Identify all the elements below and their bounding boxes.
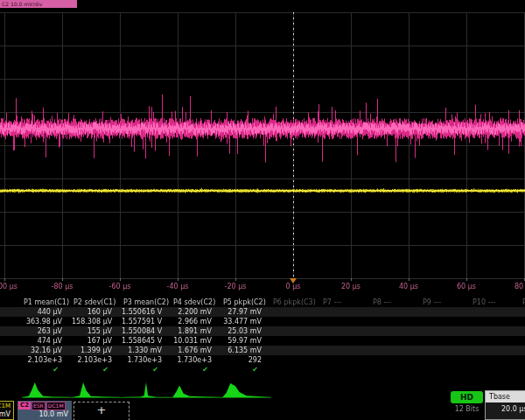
measure-mean-p1: 363.98 µV [22, 317, 72, 326]
measure-max-p3: 1.558645 V [122, 336, 172, 346]
measure-sdev-p3: 1.330 mV [122, 346, 172, 355]
measure-sdev-p5: 6.135 mV [221, 346, 271, 355]
measure-min-p4: 1.891 mV [172, 326, 221, 336]
histicon-p2 [72, 382, 122, 397]
measure-status-check-p1: ✔ [22, 365, 72, 374]
measure-min-p1: 263 µV [22, 326, 72, 336]
add-trace-button[interactable]: + [74, 402, 130, 420]
measure-min-p5: 25.03 mV [221, 326, 271, 336]
measure-value-p2: 160 µV [72, 307, 122, 317]
axis-label: -100 µs [0, 283, 24, 290]
measure-min-p3: 1.550084 V [122, 326, 172, 336]
measure-status-check-p2: ✔ [72, 365, 122, 374]
axis-tick [351, 278, 352, 281]
axis-label: -80 µs [43, 283, 81, 290]
trigger-position-marker[interactable] [290, 278, 297, 284]
channel-descriptor-c1[interactable]: DC1M 10.0 mV [0, 401, 14, 420]
channel-descriptor-c2[interactable]: C2 ESR DC1M 10.0 mV [18, 401, 72, 420]
measure-header-7[interactable]: P7 --- [321, 298, 373, 307]
oscilloscope-screen: { "window": {"bg": "#000000"}, "trace_ta… [0, 0, 525, 420]
timebase-descriptor[interactable]: Tbase 20.0 µs/div [485, 390, 525, 420]
axis-label: 0 µs [274, 283, 312, 290]
axis-tick [178, 278, 178, 281]
axis-label: 80 µs [505, 283, 525, 290]
axis-label: -60 µs [101, 283, 139, 290]
measure-row-max: 474 µV167 µV1.558645 V10.031 mV59.97 mV [0, 336, 525, 346]
measure-header-3[interactable]: P3 mean(C2) [122, 298, 173, 307]
measure-header-9[interactable]: P9 --- [421, 298, 472, 307]
measure-header-8[interactable]: P8 --- [371, 298, 423, 307]
measure-value-p4: 2.200 mV [172, 307, 221, 317]
axis-tick [409, 278, 410, 281]
measure-value-p1: 440 µV [22, 307, 72, 317]
measure-header-row: P1 mean(C1)P2 sdev(C1)P3 mean(C2)P4 sdev… [0, 298, 525, 307]
c2-eres-badge: ESR [32, 402, 46, 410]
hd-mode-badge[interactable]: HD [451, 391, 483, 403]
measure-num-p1: 2.103e+3 [22, 355, 72, 365]
axis-label: 60 µs [447, 283, 486, 290]
measure-status-row: ✔✔✔✔✔ [0, 365, 525, 374]
measure-status-check-p5: ✔ [221, 365, 271, 374]
histicon-p5 [221, 383, 271, 397]
axis-label: -40 µs [158, 283, 197, 290]
measure-status-check-p3: ✔ [122, 365, 172, 374]
measure-num-p4: 1.730e+3 [172, 355, 221, 365]
measure-max-p5: 59.97 mV [221, 336, 271, 346]
timebase-title: Tbase [486, 391, 525, 402]
axis-tick [466, 278, 467, 281]
axis-tick [4, 278, 5, 281]
measure-max-p2: 167 µV [72, 336, 122, 346]
axis-label: 40 µs [389, 283, 428, 290]
axis-label: -20 µs [216, 283, 255, 290]
measure-header-6[interactable]: P6 pkpk(C3) [271, 298, 323, 307]
measure-max-p1: 474 µV [22, 336, 72, 346]
measure-mean-p2: 158.308 µV [72, 317, 122, 326]
measure-sdev-p2: 1.399 µV [72, 346, 122, 355]
measure-row-value: 440 µV160 µV1.550616 V2.200 mV27.97 mV [0, 307, 525, 317]
c2-scale-label: 10.0 mV [18, 410, 72, 420]
measure-num-p2: 2.103e+3 [72, 355, 122, 365]
measure-header-5[interactable]: P5 pkpk(C2) [221, 298, 273, 307]
c1-coupling-label: DC1M [0, 402, 13, 410]
axis-tick [62, 278, 63, 281]
plus-icon: + [97, 403, 107, 416]
measure-value-p5: 27.97 mV [221, 307, 271, 317]
measure-status-check-p4: ✔ [172, 365, 221, 374]
measure-num-p3: 1.730e+3 [122, 355, 172, 365]
c1-scale-label: 10.0 mV [0, 410, 13, 419]
measure-sdev-p4: 1.676 mV [172, 346, 221, 355]
measurement-histicons [0, 380, 525, 401]
measurement-table: P1 mean(C1)P2 sdev(C1)P3 mean(C2)P4 sdev… [0, 298, 525, 374]
axis-label: 20 µs [332, 283, 370, 290]
measure-max-p4: 10.031 mV [172, 336, 221, 346]
measure-header-2[interactable]: P2 sdev(C1) [72, 298, 123, 307]
measure-header-11[interactable]: P11 [521, 298, 525, 307]
measure-mean-p5: 33.477 mV [221, 317, 271, 326]
measure-header-10[interactable]: P10 --- [471, 298, 522, 307]
time-axis: -100 µs-80 µs-60 µs-40 µs-20 µs0 µs20 µs… [0, 278, 525, 296]
axis-tick [120, 278, 121, 281]
timebase-value: 20.0 µs/div [486, 402, 525, 419]
measure-row-sdev: 32.16 µV1.399 µV1.330 mV1.676 mV6.135 mV [0, 346, 525, 355]
c2-channel-badge: C2 [18, 402, 31, 410]
measure-row-mean: 363.98 µV158.308 µV1.557591 V2.966 mV33.… [0, 317, 525, 326]
histicon-p1 [22, 382, 72, 397]
measure-min-p2: 155 µV [72, 326, 122, 336]
histicon-p3 [122, 382, 172, 397]
measure-sdev-p1: 32.16 µV [22, 346, 72, 355]
measure-num-p5: 292 [221, 355, 271, 365]
measure-row-num: 2.103e+32.103e+31.730e+31.730e+3292 [0, 355, 525, 365]
measure-mean-p4: 2.966 mV [172, 317, 221, 326]
measure-value-p3: 1.550616 V [122, 307, 172, 317]
hd-bits-label: 12 Bits [447, 405, 486, 413]
measure-mean-p3: 1.557591 V [122, 317, 172, 326]
c2-coupling-badge: DC1M [46, 402, 66, 410]
histicon-p4 [172, 385, 221, 397]
waveform-display [0, 0, 525, 298]
trace-tab-c2[interactable]: C2 10.0 mV/div [0, 0, 77, 8]
axis-tick [235, 278, 236, 281]
measure-row-min: 263 µV155 µV1.550084 V1.891 mV25.03 mV [0, 326, 525, 336]
measure-header-1[interactable]: P1 mean(C1) [22, 298, 74, 307]
measure-header-4[interactable]: P4 sdev(C2) [172, 298, 223, 307]
